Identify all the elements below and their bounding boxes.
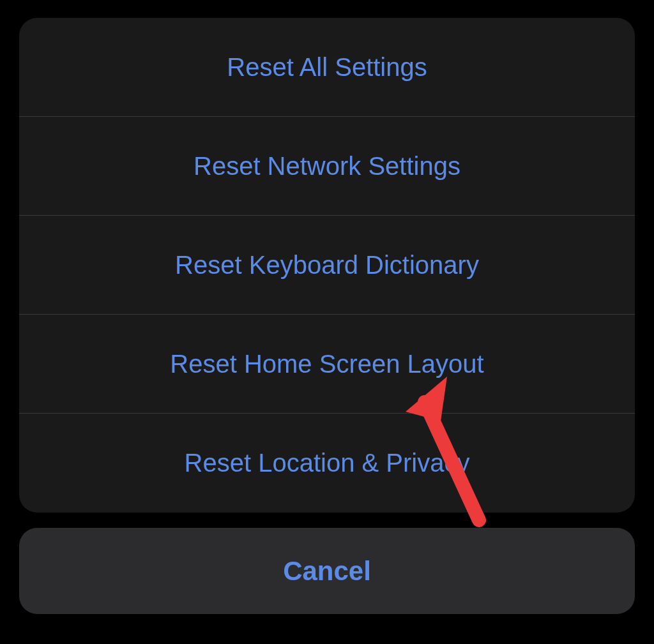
- cancel-button[interactable]: Cancel: [19, 528, 635, 614]
- reset-location-privacy-button[interactable]: Reset Location & Privacy: [19, 414, 635, 513]
- reset-action-sheet: Reset All Settings Reset Network Setting…: [19, 18, 635, 513]
- reset-home-screen-layout-button[interactable]: Reset Home Screen Layout: [19, 315, 635, 414]
- reset-keyboard-dictionary-button[interactable]: Reset Keyboard Dictionary: [19, 216, 635, 315]
- reset-network-settings-button[interactable]: Reset Network Settings: [19, 117, 635, 216]
- action-sheet-container: Reset All Settings Reset Network Setting…: [19, 18, 635, 625]
- reset-all-settings-button[interactable]: Reset All Settings: [19, 18, 635, 117]
